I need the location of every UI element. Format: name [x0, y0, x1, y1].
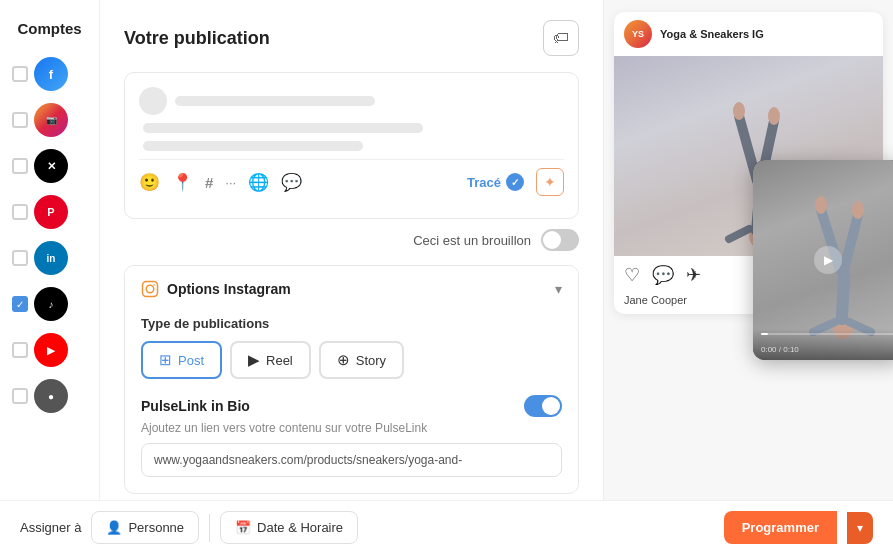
account-row-ig: 📷: [10, 99, 89, 141]
avatar-yt[interactable]: ▶: [34, 333, 68, 367]
story-icon: ⊕: [337, 351, 350, 369]
avatar-x[interactable]: ✕: [34, 149, 68, 183]
svg-point-1: [146, 285, 154, 293]
person-icon: 👤: [106, 520, 122, 535]
sidebar-title: Comptes: [17, 20, 81, 37]
footer-bar: Assigner à 👤 Personne 📅 Date & Horaire P…: [0, 500, 893, 554]
comment-icon[interactable]: 💬: [281, 172, 302, 193]
pub-type-reel-button[interactable]: ▶ Reel: [230, 341, 311, 379]
reel-icon: ▶: [248, 351, 260, 369]
wand-button[interactable]: ✦: [536, 168, 564, 196]
tiktok-video-area: ▶ 0:00 / 0:10: [753, 160, 893, 360]
instagram-icon: [141, 280, 159, 298]
placeholder-lines: [139, 87, 564, 151]
assign-person-button[interactable]: 👤 Personne: [91, 511, 199, 544]
instagram-options-title: Options Instagram: [167, 281, 291, 297]
instagram-options-header-left: Options Instagram: [141, 280, 291, 298]
svg-rect-12: [836, 270, 851, 326]
account-checkbox-x[interactable]: [12, 158, 28, 174]
program-chevron-button[interactable]: ▾: [847, 512, 873, 544]
avatar-tik[interactable]: ♪: [34, 287, 68, 321]
pulselink-desc: Ajoutez un lien vers votre contenu sur v…: [141, 421, 562, 435]
assign-label: Assigner à: [20, 520, 81, 535]
toolbar-row: 🙂 📍 # ··· 🌐 💬 Tracé ✓ ✦: [139, 159, 564, 204]
account-checkbox-other[interactable]: [12, 388, 28, 404]
avatar-ig[interactable]: 📷: [34, 103, 68, 137]
account-checkbox-ig[interactable]: [12, 112, 28, 128]
account-row-other: ●: [10, 375, 89, 417]
page-header: Votre publication 🏷: [124, 20, 579, 56]
avatar-li[interactable]: in: [34, 241, 68, 275]
avatar-fb[interactable]: f: [34, 57, 68, 91]
account-row-pin: P: [10, 191, 89, 233]
preview-panel: YS Yoga & Sneakers IG: [603, 0, 893, 500]
placeholder-dot: [139, 87, 167, 115]
story-label: Story: [356, 353, 386, 368]
tracked-check-icon: ✓: [506, 173, 524, 191]
account-checkbox-yt[interactable]: [12, 342, 28, 358]
instagram-options-header[interactable]: Options Instagram ▾: [125, 266, 578, 312]
comment-action-icon[interactable]: 💬: [652, 264, 674, 286]
pub-type-post-button[interactable]: ⊞ Post: [141, 341, 222, 379]
tiktok-play-button[interactable]: ▶: [814, 246, 842, 274]
svg-point-2: [153, 284, 155, 286]
sidebar: Comptes f 📷 ✕ P in ♪ ▶: [0, 0, 100, 500]
placeholder-line-3: [143, 141, 363, 151]
preview-card-header: YS Yoga & Sneakers IG: [614, 12, 883, 56]
tag-button[interactable]: 🏷: [543, 20, 579, 56]
program-button[interactable]: Programmer: [724, 511, 837, 544]
progress-time: 0:00 / 0:10: [761, 345, 799, 354]
account-checkbox-li[interactable]: [12, 250, 28, 266]
tracked-label: Tracé: [467, 175, 501, 190]
instagram-options-body: Type de publications ⊞ Post ▶ Reel ⊕ Sto…: [125, 312, 578, 493]
tiktok-progress: 0:00 / 0:10: [753, 329, 893, 360]
progress-bar-fill: [761, 333, 768, 335]
share-icon[interactable]: ✈: [686, 264, 701, 286]
account-row-x: ✕: [10, 145, 89, 187]
svg-rect-0: [143, 282, 158, 297]
tracked-badge[interactable]: Tracé ✓: [467, 173, 524, 191]
svg-point-16: [815, 196, 827, 214]
emoji-icon[interactable]: 🙂: [139, 172, 160, 193]
account-checkbox-tik[interactable]: [12, 296, 28, 312]
location-icon[interactable]: 📍: [172, 172, 193, 193]
account-checkbox-fb[interactable]: [12, 66, 28, 82]
wand-icon: ✦: [544, 174, 556, 190]
preview-avatar: YS: [624, 20, 652, 48]
svg-line-13: [844, 215, 858, 270]
reel-label: Reel: [266, 353, 293, 368]
draft-toggle[interactable]: [541, 229, 579, 251]
hashtag-icon[interactable]: #: [205, 174, 213, 191]
account-row-li: in: [10, 237, 89, 279]
globe-icon[interactable]: 🌐: [248, 172, 269, 193]
account-row-fb: f: [10, 53, 89, 95]
svg-line-9: [729, 229, 749, 239]
footer-divider: [209, 514, 210, 542]
pulselink-toggle[interactable]: [524, 395, 562, 417]
svg-point-15: [852, 201, 864, 219]
pub-type-label: Type de publications: [141, 316, 562, 331]
date-time-button[interactable]: 📅 Date & Horaire: [220, 511, 358, 544]
heart-icon[interactable]: ♡: [624, 264, 640, 286]
pub-type-story-button[interactable]: ⊕ Story: [319, 341, 404, 379]
placeholder-dot-row: [139, 87, 564, 115]
dots-icon[interactable]: ···: [225, 175, 236, 190]
avatar-pin[interactable]: P: [34, 195, 68, 229]
progress-bar-bg: [761, 333, 893, 335]
account-checkbox-pin[interactable]: [12, 204, 28, 220]
pulselink-title: PulseLink in Bio: [141, 398, 250, 414]
calendar-icon: 📅: [235, 520, 251, 535]
avatar-other[interactable]: ●: [34, 379, 68, 413]
datetime-label: Date & Horaire: [257, 520, 343, 535]
page-title: Votre publication: [124, 28, 270, 49]
account-row-yt: ▶: [10, 329, 89, 371]
text-input-area[interactable]: 🙂 📍 # ··· 🌐 💬 Tracé ✓ ✦: [124, 72, 579, 219]
preview-username: Yoga & Sneakers IG: [660, 28, 764, 40]
post-label: Post: [178, 353, 204, 368]
instagram-options-section: Options Instagram ▾ Type de publications…: [124, 265, 579, 494]
placeholder-line-1: [175, 96, 375, 106]
person-label: Personne: [128, 520, 184, 535]
pub-type-buttons: ⊞ Post ▶ Reel ⊕ Story: [141, 341, 562, 379]
instagram-chevron-icon: ▾: [555, 281, 562, 297]
pulselink-url-input[interactable]: [141, 443, 562, 477]
